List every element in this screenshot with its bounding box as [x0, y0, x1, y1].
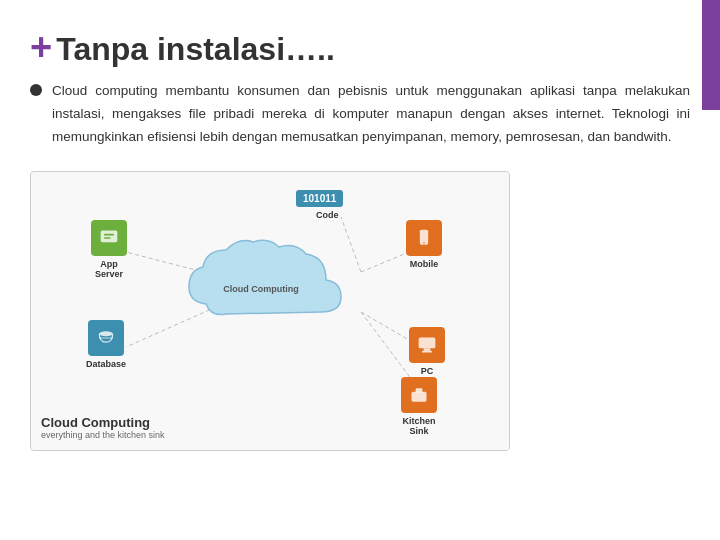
svg-rect-18: [416, 388, 423, 392]
kitchen-icon: [401, 377, 437, 413]
svg-rect-7: [101, 230, 118, 242]
accent-bar: [702, 0, 720, 110]
svg-rect-15: [424, 348, 431, 351]
page-title: Tanpa instalasi…..: [56, 33, 335, 65]
bullet-dot: [30, 84, 42, 96]
svg-rect-16: [422, 351, 432, 353]
bottom-title: Cloud Computing: [41, 415, 165, 430]
pc-icon: [409, 327, 445, 363]
svg-rect-17: [412, 391, 427, 401]
diagram-container: Cloud Computing 101011 Code App Server: [30, 171, 510, 451]
cloud-computing-diagram: Cloud Computing 101011 Code App Server: [31, 172, 509, 450]
cloud-svg: Cloud Computing: [161, 232, 361, 342]
kitchen-label1: Kitchen: [402, 416, 435, 426]
title-row: + Tanpa instalasi…..: [30, 28, 690, 66]
database-node: Database: [86, 320, 126, 369]
app-server-label2: Server: [95, 269, 123, 279]
svg-text:Cloud Computing: Cloud Computing: [223, 284, 298, 294]
code-label: Code: [316, 210, 339, 220]
app-server-icon: [91, 220, 127, 256]
code-number-badge: 101011: [296, 190, 343, 207]
mobile-node: Mobile: [406, 220, 442, 269]
svg-point-10: [99, 331, 112, 336]
mobile-label: Mobile: [410, 259, 439, 269]
pc-node: PC: [409, 327, 445, 376]
app-server-node: App Server: [91, 220, 127, 279]
title-plus: +: [30, 28, 52, 66]
app-server-label: App: [100, 259, 118, 269]
svg-rect-8: [104, 234, 114, 236]
mobile-icon: [406, 220, 442, 256]
kitchen-node: Kitchen Sink: [401, 377, 437, 436]
bottom-subtitle: everything and the kitchen sink: [41, 430, 165, 440]
database-icon: [88, 320, 124, 356]
svg-rect-9: [104, 237, 111, 239]
svg-point-13: [423, 242, 425, 244]
body-paragraph: Cloud computing membantu konsumen dan pe…: [52, 80, 690, 149]
database-label: Database: [86, 359, 126, 369]
bottom-label: Cloud Computing everything and the kitch…: [41, 415, 165, 440]
content-area: Cloud computing membantu konsumen dan pe…: [30, 80, 690, 149]
pc-label: PC: [421, 366, 434, 376]
kitchen-label2: Sink: [409, 426, 428, 436]
page-container: + Tanpa instalasi….. Cloud computing mem…: [0, 0, 720, 540]
svg-rect-14: [419, 337, 436, 348]
